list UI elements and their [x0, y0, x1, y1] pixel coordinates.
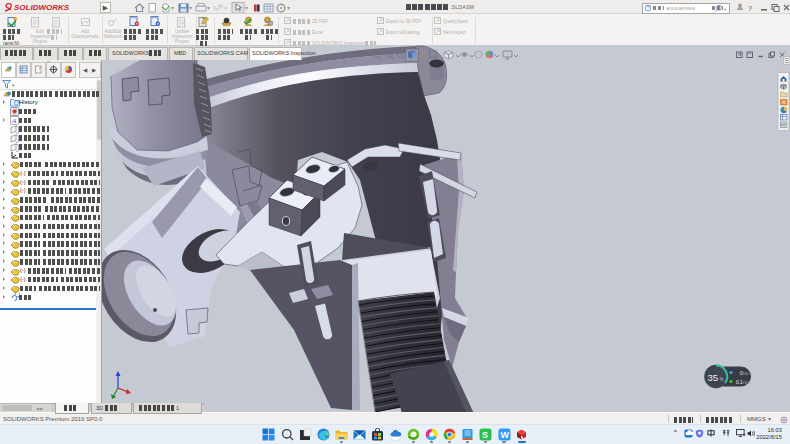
svg-text:35: 35: [708, 372, 719, 383]
svg-text:S: S: [482, 430, 488, 440]
svg-text:A: A: [11, 117, 17, 125]
svg-text:0.1KB/s: 0.1KB/s: [736, 380, 750, 385]
svg-text:W: W: [500, 430, 509, 440]
svg-text:%: %: [720, 377, 724, 382]
svg-text:▾: ▾: [12, 82, 15, 88]
svg-text:0KB/s: 0KB/s: [740, 371, 750, 376]
